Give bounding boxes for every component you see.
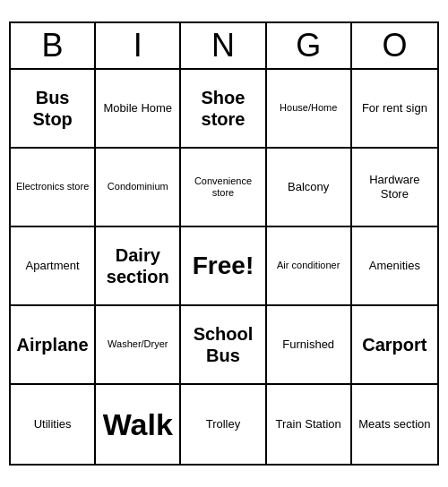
header-letter: O (352, 23, 437, 68)
bingo-cell: Bus Stop (11, 70, 96, 149)
header-letter: N (181, 23, 266, 68)
header-letter: G (267, 23, 352, 68)
bingo-cell: Walk (96, 385, 181, 464)
bingo-cell: Trolley (181, 385, 266, 464)
bingo-cell: Train Station (267, 385, 352, 464)
bingo-cell: Mobile Home (96, 70, 181, 149)
bingo-cell: School Bus (181, 306, 266, 385)
bingo-cell: Airplane (11, 306, 96, 385)
bingo-cell: Condominium (96, 149, 181, 227)
bingo-cell: Carport (352, 306, 437, 385)
bingo-cell: Apartment (11, 227, 96, 306)
bingo-header: BINGO (11, 23, 437, 70)
bingo-cell: Balcony (267, 149, 352, 227)
bingo-cell: Washer/Dryer (96, 306, 181, 385)
bingo-grid: Bus StopMobile HomeShoe storeHouse/HomeF… (11, 70, 437, 464)
header-letter: I (96, 23, 181, 68)
bingo-cell: Electronics store (11, 149, 96, 227)
bingo-cell: Air conditioner (267, 227, 352, 306)
bingo-cell: Convenience store (181, 149, 266, 227)
bingo-cell: Utilities (11, 385, 96, 464)
bingo-cell: Free! (181, 227, 266, 306)
bingo-cell: Furnished (267, 306, 352, 385)
bingo-cell: House/Home (267, 70, 352, 149)
bingo-card: BINGO Bus StopMobile HomeShoe storeHouse… (9, 21, 439, 466)
header-letter: B (11, 23, 96, 68)
bingo-cell: Amenities (352, 227, 437, 306)
bingo-cell: Hardware Store (352, 149, 437, 227)
bingo-cell: For rent sign (352, 70, 437, 149)
bingo-cell: Dairy section (96, 227, 181, 306)
bingo-cell: Meats section (352, 385, 437, 464)
bingo-cell: Shoe store (181, 70, 266, 149)
